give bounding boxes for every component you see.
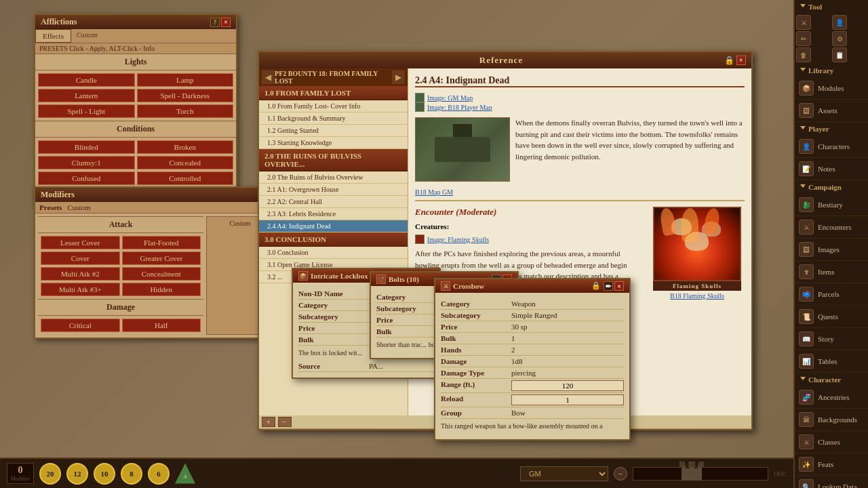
sidebar-item-bestiary[interactable]: 🐉 Bestiary [795,194,868,216]
sidebar-library-section[interactable]: Library [795,64,868,77]
flaming-skulls-link[interactable]: B18 Flaming Skulls [650,292,745,300]
crossbow-reload-row: Reload 1 [441,393,624,407]
d12-token[interactable]: 12 [66,463,88,485]
sidebar-item-encounters[interactable]: ⚔ Encounters [795,216,868,239]
broken-btn[interactable]: Broken [137,140,234,154]
sidebar-encounters-label: Encounters [818,223,851,231]
modules-icon: 📦 [799,81,814,96]
sidebar-item-ancestries[interactable]: 🧬 Ancestries [795,386,868,409]
map-caption-link[interactable]: B18 Map GM [415,188,745,196]
confused-btn[interactable]: Confused [38,171,135,185]
clumsy-btn[interactable]: Clumsy:1 [38,156,135,169]
ref-add-btn[interactable]: + [262,417,275,427]
concealment-btn[interactable]: Concealment [122,267,201,281]
lock-icon[interactable]: 🔒 [724,56,735,66]
controlled-btn[interactable]: Controlled [137,171,234,185]
toc-section-1[interactable]: 1.0 FROM FAMILY LOST [259,86,408,100]
sidebar-item-parcels[interactable]: 📫 Parcels [795,283,868,306]
sidebar-character-section[interactable]: Character [795,373,868,386]
d10-token[interactable]: 10 [94,463,115,485]
spell-light-btn[interactable]: Spell - Light [38,104,135,118]
assets-icon: 🖼 [799,103,814,118]
flat-footed-btn[interactable]: Flat-Footed [122,236,201,249]
toc-prev-btn[interactable]: ◀ [262,70,275,84]
toc-item-1.1[interactable]: 1.1 Background & Summary [259,113,408,125]
sidebar-item-story[interactable]: 📖 Story [795,328,868,350]
lantern-btn[interactable]: Lantern [38,89,135,102]
modifier-value: 0 [10,465,31,476]
sidebar-item-quests[interactable]: 📜 Quests [795,306,868,328]
half-btn[interactable]: Half [122,319,201,332]
effects-tab[interactable]: Effects [35,29,71,43]
sidebar-tool-5[interactable]: 🗑 [796,47,811,62]
sidebar-item-characters[interactable]: 👤 Characters [795,136,868,158]
lamp-btn[interactable]: Lamp [137,73,234,87]
crossbow-edit-btn[interactable]: ✏ [604,281,613,291]
sidebar-tool-2[interactable]: 👤 [832,15,847,30]
toc-item-2.0a[interactable]: 2.0 The Ruins of Bulviss Overview [259,171,408,184]
map-link-gm[interactable]: Image: GM Map [415,93,745,102]
concealed-btn[interactable]: Concealed [137,156,234,169]
sidebar-tool-6[interactable]: 📋 [832,47,847,62]
critical-btn[interactable]: Critical [41,319,120,332]
toc-item-2.3[interactable]: 2.3 A3: Lebris Residence [259,208,408,220]
d4-token[interactable]: 4 [175,464,195,484]
sidebar-item-assets[interactable]: 🖼 Assets [795,100,868,122]
lockbox-subcategory-label: Subcategory [298,312,366,321]
sidebar-item-modules[interactable]: 📦 Modules [795,77,868,100]
greater-cover-btn[interactable]: Greater Cover [122,251,201,265]
afflictions-help-btn[interactable]: ? [210,18,220,27]
sidebar-item-items[interactable]: 🗡 Items [795,261,868,283]
torch-btn[interactable]: Torch [137,104,234,118]
candle-btn[interactable]: Candle [38,73,135,87]
gm-selector[interactable]: GM [520,466,608,481]
sidebar-campaign-section[interactable]: Campaign [795,180,868,194]
ref-remove-btn[interactable]: − [278,417,292,427]
reference-close-btn[interactable]: × [736,56,746,65]
sidebar-item-lookup[interactable]: 🔍 Lookup Data [795,476,868,488]
toc-item-2.4[interactable]: 2.4 A4: Indignant Dead [259,220,408,232]
multi-atk2-btn[interactable]: Multi Atk #2 [41,267,120,281]
sidebar-tool-3[interactable]: ✏ [796,31,811,46]
svg-rect-6 [698,462,704,467]
sidebar-item-notes[interactable]: 📝 Notes [795,158,868,180]
sidebar-item-images[interactable]: 🖼 Images [795,239,868,261]
sidebar-parcels-label: Parcels [818,290,840,298]
sidebar-item-tables[interactable]: 📊 Tables [795,350,868,373]
toc-item-3.0a[interactable]: 3.0 Conclusion [259,247,408,259]
toc-item-1.0a[interactable]: 1.0 From Family Lost- Cover Info [259,100,408,113]
sidebar-tool-4[interactable]: ⚙ [832,31,847,46]
sidebar-player-section[interactable]: Player [795,122,868,136]
toc-item-1.2[interactable]: 1.2 Getting Started [259,125,408,137]
sidebar-item-backgrounds[interactable]: 🏛 Backgrounds [795,409,868,431]
sidebar-item-classes[interactable]: ⚔ Classes [795,431,868,453]
crossbow-close-btn[interactable]: × [614,281,624,291]
afflictions-close-btn[interactable]: × [221,18,231,27]
multi-atk3-btn[interactable]: Multi Atk #3+ [41,283,120,296]
cover-btn[interactable]: Cover [41,251,120,265]
toc-item-2.1[interactable]: 2.1 A1: Overgrown House [259,184,408,196]
toc-section-3[interactable]: 3.0 CONCLUSION [259,232,408,247]
damage-section-header: Damage [38,299,203,316]
toc-next-btn[interactable]: ▶ [392,70,405,84]
sidebar-classes-label: Classes [818,438,840,446]
spell-darkness-btn[interactable]: Spell - Darkness [137,89,234,102]
map-thumbnail[interactable] [415,117,510,182]
map-link-player[interactable]: Image: B18 Player Map [415,102,745,112]
hidden-btn[interactable]: Hidden [122,283,201,296]
sidebar-item-feats[interactable]: ✨ Feats [795,453,868,476]
sidebar-tool-1[interactable]: ⚔ [796,15,811,30]
blinded-btn[interactable]: Blinded [38,140,135,154]
creature-link[interactable]: Image: Flaming Skulls [415,235,643,244]
lesser-cover-btn[interactable]: Lesser Cover [41,236,120,249]
d6-token[interactable]: 6 [148,463,170,485]
toc-item-1.3[interactable]: 1.3 Starting Knowledge [259,137,408,149]
crossbow-desc: This ranged weapon has a bow-like assemb… [441,419,624,434]
sidebar-tool-section[interactable]: Tool [795,0,868,14]
toc-section-2[interactable]: 2.0 THE RUINS OF BULVISS OVERVIE... [259,149,408,171]
d8-token[interactable]: 8 [121,463,142,485]
d20-token[interactable]: 20 [39,463,61,485]
crossbow-subcategory-row: Subcategory Simple Ranged [441,310,624,321]
toc-item-2.2[interactable]: 2.2 A2: Central Hall [259,196,408,208]
scroll-indicator[interactable]: ↔ [614,467,627,481]
